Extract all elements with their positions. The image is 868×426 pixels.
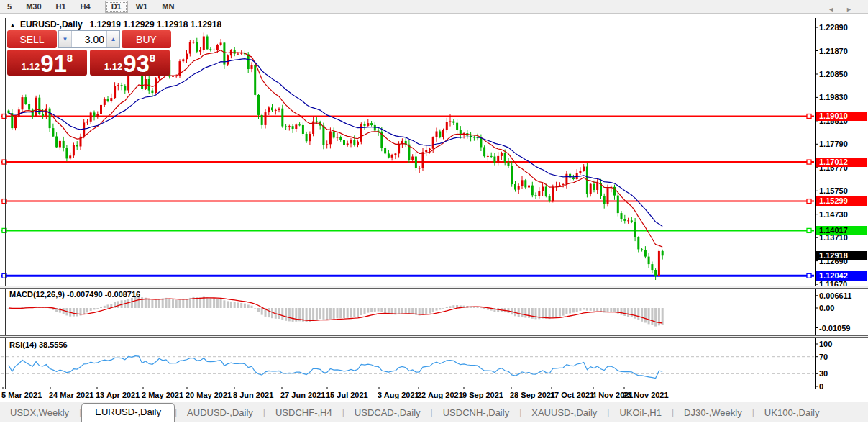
sell-price-base: 1.12 bbox=[22, 61, 40, 72]
date-axis-label: 15 Jul 2021 bbox=[326, 391, 368, 399]
volume-increase-button[interactable]: ▲ bbox=[106, 31, 119, 47]
rsi-axis-tick: 100 bbox=[819, 340, 832, 348]
date-axis-label: 2 May 2021 bbox=[142, 391, 183, 399]
volume-decrease-button[interactable]: ▼ bbox=[59, 31, 72, 47]
tab-usdcnh-daily[interactable]: USDCNH-,Daily bbox=[433, 404, 519, 422]
volume-input[interactable] bbox=[72, 31, 106, 47]
tab-audusd-daily[interactable]: AUDUSD-,Daily bbox=[177, 404, 263, 422]
macd-axis-tick: -0.01059 bbox=[819, 324, 850, 332]
date-axis-label: 9 Sep 2021 bbox=[462, 391, 503, 399]
price-axis-tick: 1.21870 bbox=[819, 47, 848, 55]
price-axis-tick: 1.15750 bbox=[819, 186, 848, 195]
buy-price-big: 93 bbox=[123, 53, 150, 75]
tab-usdx-weekly[interactable]: USDX,Weekly bbox=[0, 404, 79, 422]
rsi-axis-tick: 30 bbox=[819, 369, 828, 378]
level-price-label[interactable]: 1.14017 bbox=[816, 226, 867, 235]
chart-title: ▲EURUSD-,Daily1.12919 1.12929 1.12918 1.… bbox=[9, 19, 221, 30]
level-price-label[interactable]: 1.12042 bbox=[816, 271, 867, 281]
buy-price-box[interactable]: 1.12938 bbox=[90, 50, 170, 76]
tab-scroll-arrows: ◄► bbox=[828, 6, 864, 13]
status-bar bbox=[0, 422, 868, 426]
tab-uk100-daily[interactable]: UK100-,Daily bbox=[754, 404, 830, 422]
date-axis-label: 22 Aug 2021 bbox=[417, 391, 463, 399]
price-axis-tick: 1.22890 bbox=[819, 23, 848, 32]
volume-stepper: ▼ ▲ bbox=[58, 30, 120, 48]
tab-scroll-left-icon[interactable]: ◄ bbox=[828, 6, 846, 13]
macd-axis-tick: 0.00 bbox=[819, 304, 834, 312]
level-price-label[interactable]: 1.19010 bbox=[816, 112, 867, 121]
macd-indicator-label: MACD(12,26,9) -0.007490 -0.008716 bbox=[9, 290, 140, 299]
buy-button[interactable]: BUY bbox=[122, 30, 171, 48]
chart-ohlc-quotes: 1.12919 1.12929 1.12918 1.12918 bbox=[90, 19, 222, 30]
tab-usdchf-h4[interactable]: USDCHF-,H4 bbox=[265, 404, 342, 422]
date-axis-label: 27 Jun 2021 bbox=[280, 391, 325, 399]
date-axis-label: 13 Apr 2021 bbox=[96, 391, 140, 399]
date-axis-label: 28 Sep 2021 bbox=[510, 391, 555, 399]
date-axis-label: 17 Oct 2021 bbox=[550, 391, 594, 399]
chart-window-bottom-border bbox=[0, 402, 868, 402]
date-axis-label: 8 Jun 2021 bbox=[233, 391, 273, 399]
price-axis-tick: 1.14730 bbox=[819, 210, 848, 219]
chart-symbol-period: EURUSD-,Daily bbox=[20, 19, 83, 30]
tab-usdcad-daily[interactable]: USDCAD-,Daily bbox=[344, 404, 431, 422]
date-axis-label: 5 Mar 2021 bbox=[1, 391, 42, 399]
current-price-label: 1.12918 bbox=[816, 251, 867, 260]
level-price-label[interactable]: 1.15299 bbox=[816, 196, 867, 206]
tab-ukoil-h1[interactable]: UKOil-,H1 bbox=[609, 404, 672, 422]
tab-xauusd-daily[interactable]: XAUUSD-,Daily bbox=[521, 404, 607, 422]
date-axis[interactable]: 5 Mar 202124 Mar 202113 Apr 20212 May 20… bbox=[0, 389, 868, 402]
price-axis-tick: 1.20850 bbox=[819, 70, 848, 78]
date-axis-label: 24 Mar 2021 bbox=[49, 391, 93, 399]
mt4-app: 5M30H1H4D1W1MN ▲EURUSD-,Daily1.12919 1.1… bbox=[0, 0, 868, 426]
buy-price-base: 1.12 bbox=[104, 61, 122, 72]
rsi-panel-splitter[interactable] bbox=[0, 335, 868, 338]
price-axis-tick: 1.17790 bbox=[819, 140, 848, 148]
sell-button[interactable]: SELL bbox=[7, 30, 57, 48]
sell-price-big: 91 bbox=[40, 53, 67, 75]
one-click-trading-panel: SELL ▼ ▲ BUY 1.12918 1.12938 bbox=[7, 30, 171, 76]
tab-eurusd-daily[interactable]: EURUSD-,Daily bbox=[81, 403, 175, 422]
rsi-indicator-label: RSI(14) 38.5556 bbox=[9, 340, 68, 349]
date-axis-label: 23 Nov 2021 bbox=[623, 391, 669, 399]
rsi-axis-tick: 70 bbox=[819, 353, 828, 361]
date-axis-label: 3 Aug 2021 bbox=[378, 391, 419, 399]
symbol-tab-bar: USDX,Weekly|EURUSD-,Daily|AUDUSD-,Daily|… bbox=[0, 403, 868, 422]
sell-price-box[interactable]: 1.12918 bbox=[7, 50, 87, 76]
buy-price-pip: 8 bbox=[150, 52, 155, 64]
tab-scroll-right-icon[interactable]: ► bbox=[846, 6, 864, 13]
macd-panel-splitter[interactable] bbox=[0, 286, 868, 289]
level-price-label[interactable]: 1.17012 bbox=[816, 158, 867, 167]
tab-dj30-weekly[interactable]: DJ30-,Weekly bbox=[674, 404, 752, 422]
sell-price-pip: 8 bbox=[67, 52, 73, 64]
date-axis-label: 20 May 2021 bbox=[186, 391, 232, 399]
price-axis-tick: 1.19830 bbox=[819, 93, 848, 101]
collapse-one-click-icon[interactable]: ▲ bbox=[9, 22, 16, 29]
macd-axis-tick: 0.006611 bbox=[819, 291, 851, 300]
